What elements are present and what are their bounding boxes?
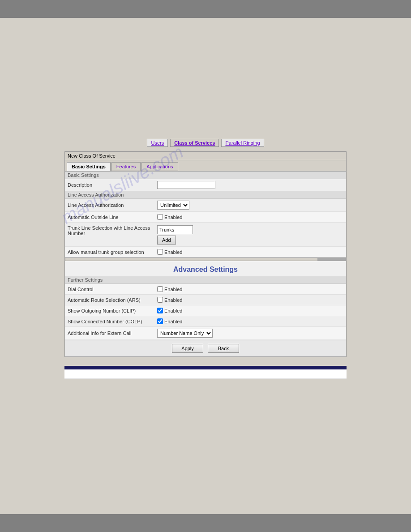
manual-trunk-checkbox-container: Enabled	[157, 249, 182, 255]
trunk-value: Trunks	[159, 227, 174, 232]
auto-outside-line-checkbox-container: Enabled	[157, 214, 182, 220]
nav-tab-class-of-services[interactable]: Class of Services	[170, 139, 219, 147]
main-form-container: New Class Of Service Basic Settings Feat…	[64, 151, 347, 357]
auto-outside-line-row: Automatic Outside Line Enabled	[65, 212, 346, 223]
apply-button[interactable]: Apply	[172, 344, 203, 353]
dial-control-checkbox[interactable]	[157, 286, 163, 292]
ars-checkbox-container: Enabled	[157, 297, 182, 303]
manual-trunk-checkbox[interactable]	[157, 249, 163, 255]
clip-checkbox-container: Enabled	[157, 308, 182, 313]
bottom-table	[64, 366, 347, 379]
colp-control: Enabled	[157, 318, 343, 324]
bottom-table-col1	[64, 366, 206, 369]
dial-control-checkbox-container: Enabled	[157, 286, 182, 292]
bottom-bar	[0, 514, 411, 532]
action-buttons: Apply Back	[65, 340, 346, 356]
additional-info-row: Additional Info for Extern Call Number N…	[65, 327, 346, 340]
tab-applications[interactable]: Applications	[141, 162, 178, 171]
clip-row: Show Outgoing Number (CLIP) Enabled	[65, 305, 346, 316]
trunk-box: Trunks	[157, 225, 193, 234]
nav-tabs-container: Users Class of Services Parallel Ringing	[0, 139, 411, 147]
table-row	[64, 369, 347, 379]
table-cell-2	[206, 369, 347, 379]
basic-settings-label: Basic Settings	[65, 172, 346, 179]
tab-features[interactable]: Features	[111, 162, 141, 171]
additional-info-label: Additional Info for Extern Call	[68, 330, 157, 336]
colp-checkbox-container: Enabled	[157, 318, 182, 324]
inner-tabs: Basic Settings Features Applications	[65, 160, 346, 172]
additional-info-control: Number Name Only Number Only Name Only N…	[157, 329, 343, 338]
trunk-line-row: Trunk Line Selection with Line Access Nu…	[65, 223, 346, 247]
dial-control-label: Dial Control	[68, 287, 157, 292]
colp-enabled-label: Enabled	[164, 319, 182, 324]
section-title: New Class Of Service	[68, 153, 116, 159]
trunk-line-control: Trunks Add	[157, 225, 343, 245]
colp-label: Show Connected Number (COLP)	[68, 319, 157, 324]
ars-enabled-label: Enabled	[164, 297, 182, 303]
line-access-auth-select[interactable]: Unlimited Limited None	[157, 201, 189, 210]
nav-tab-users[interactable]: Users	[147, 139, 168, 147]
clip-label: Show Outgoing Number (CLIP)	[68, 308, 157, 313]
description-input[interactable]	[157, 181, 215, 189]
nav-tab-parallel-ringing[interactable]: Parallel Ringing	[221, 139, 264, 147]
description-label: Description	[68, 182, 157, 188]
back-button[interactable]: Back	[208, 344, 239, 353]
dial-control-enabled-label: Enabled	[164, 287, 182, 292]
dial-control-control: Enabled	[157, 286, 343, 292]
clip-checkbox[interactable]	[157, 308, 163, 313]
manual-trunk-label: Allow manual trunk group selection	[68, 249, 157, 255]
dial-control-row: Dial Control Enabled	[65, 284, 346, 295]
auto-outside-line-label: Automatic Outside Line	[68, 215, 157, 220]
tab-basic-settings[interactable]: Basic Settings	[67, 162, 111, 171]
manual-trunk-enabled-label: Enabled	[164, 249, 182, 255]
auto-outside-line-control: Enabled	[157, 214, 343, 220]
advanced-settings-heading: Advanced Settings	[65, 261, 346, 276]
auto-outside-line-enabled-label: Enabled	[164, 215, 182, 220]
clip-control: Enabled	[157, 308, 343, 313]
trunk-line-label: Trunk Line Selection with Line Access Nu…	[68, 225, 157, 236]
section-header: New Class Of Service	[65, 152, 346, 160]
table-cell-1	[64, 369, 206, 379]
description-control	[157, 181, 343, 189]
trunk-add-button[interactable]: Add	[157, 236, 176, 245]
line-access-auth-label: Line Access Authorization	[68, 202, 157, 208]
line-access-label: Line Access Authorization	[65, 191, 346, 199]
clip-enabled-label: Enabled	[164, 308, 182, 313]
ars-control: Enabled	[157, 297, 343, 303]
description-row: Description	[65, 179, 346, 191]
further-settings-label: Further Settings	[65, 276, 346, 284]
ars-label: Automatic Route Selection (ARS)	[68, 297, 157, 303]
bottom-table-col2	[206, 366, 347, 369]
ars-row: Automatic Route Selection (ARS) Enabled	[65, 295, 346, 305]
page-content: manualsliive.com Users Class of Services…	[0, 18, 411, 514]
line-access-auth-row: Line Access Authorization Unlimited Limi…	[65, 199, 346, 212]
colp-row: Show Connected Number (COLP) Enabled	[65, 316, 346, 327]
manual-trunk-row: Allow manual trunk group selection Enabl…	[65, 247, 346, 257]
auto-outside-line-checkbox[interactable]	[157, 214, 163, 220]
line-access-auth-control: Unlimited Limited None	[157, 201, 343, 210]
colp-checkbox[interactable]	[157, 318, 163, 324]
ars-checkbox[interactable]	[157, 297, 163, 303]
manual-trunk-control: Enabled	[157, 249, 343, 255]
additional-info-select[interactable]: Number Name Only Number Only Name Only N…	[157, 329, 213, 338]
top-bar	[0, 0, 411, 18]
scrollbar[interactable]	[65, 257, 346, 261]
bottom-table-container	[64, 366, 347, 379]
